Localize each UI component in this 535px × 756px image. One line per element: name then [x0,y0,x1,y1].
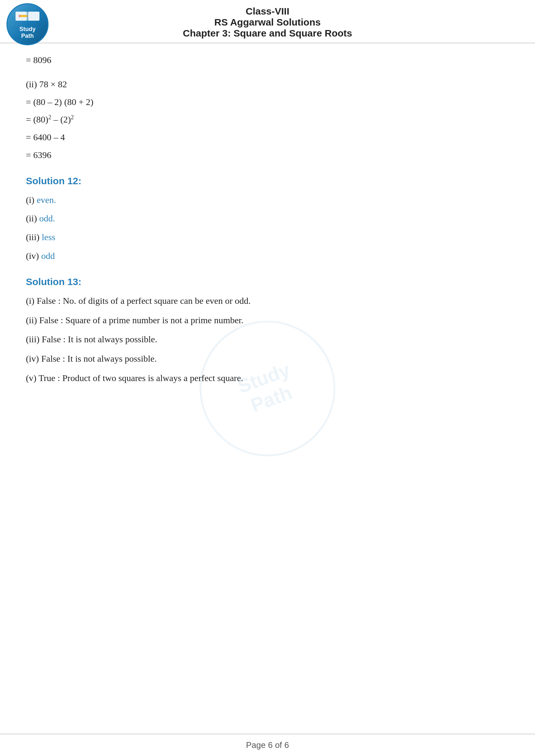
page-header: Study Path Class-VIII RS Aggarwal Soluti… [0,0,535,43]
logo-area: Study Path [7,3,48,45]
sol12-i: (i) even. [26,192,509,208]
header-line1: Class-VIII [183,6,352,17]
sol12-iv: (iv) odd [26,248,509,264]
logo-circle: Study Path [7,3,48,45]
section-ii-header: (ii) 78 × 82 [26,77,509,92]
page-footer: Page 6 of 6 [0,734,535,756]
sol12-iii: (iii) less [26,230,509,245]
svg-rect-1 [28,12,40,21]
svg-rect-5 [19,15,20,17]
sol12-iii-prefix: (iii) [26,232,42,242]
sol13-v: (v) True : Product of two squares is alw… [26,370,509,386]
step2: = (80)2 – (2)2 [26,113,509,127]
result-8096: = 8096 [26,53,509,68]
main-content: = 8096 (ii) 78 × 82 = (80 – 2) (80 + 2) … [0,43,535,415]
sol12-ii-answer: odd. [39,213,55,223]
solution12-heading: Solution 12: [26,176,509,186]
header-text-block: Class-VIII RS Aggarwal Solutions Chapter… [183,6,352,39]
sol12-i-prefix: (i) [26,195,37,205]
sol12-i-answer: even. [37,195,56,205]
header-line2: RS Aggarwal Solutions [183,17,352,28]
sol12-iv-answer: odd [41,251,55,261]
solution12-block: Solution 12: (i) even. (ii) odd. (iii) l… [26,176,509,263]
page-number: Page 6 of 6 [246,740,289,750]
sol12-ii: (ii) odd. [26,211,509,226]
step1: = (80 – 2) (80 + 2) [26,95,509,110]
sol13-iv: (iv) False : It is not always possible. [26,351,509,366]
content-wrapper: Study Path = 8096 (ii) 78 × 82 = (80 – 2… [0,43,535,734]
sol13-iii: (iii) False : It is not always possible. [26,332,509,347]
sol12-iv-prefix: (iv) [26,251,41,261]
step3: = 6400 – 4 [26,130,509,145]
result-8096-block: = 8096 [26,53,509,68]
logo-path-text: Path [21,33,34,40]
section-ii-block: (ii) 78 × 82 = (80 – 2) (80 + 2) = (80)2… [26,77,509,163]
sol13-i: (i) False : No. of digits of a perfect s… [26,293,509,309]
page-container: Study Path Class-VIII RS Aggarwal Soluti… [0,0,535,756]
result-6396: = 6396 [26,148,509,163]
solution13-block: Solution 13: (i) False : No. of digits o… [26,276,509,386]
sol12-ii-prefix: (ii) [26,213,39,223]
logo-icon [13,9,42,25]
svg-rect-3 [19,15,27,17]
logo-study-text: Study [19,26,36,33]
sol12-iii-answer: less [42,232,55,242]
sol13-ii: (ii) False : Square of a prime number is… [26,312,509,328]
header-line3: Chapter 3: Square and Square Roots [183,28,352,39]
solution13-heading: Solution 13: [26,276,509,287]
